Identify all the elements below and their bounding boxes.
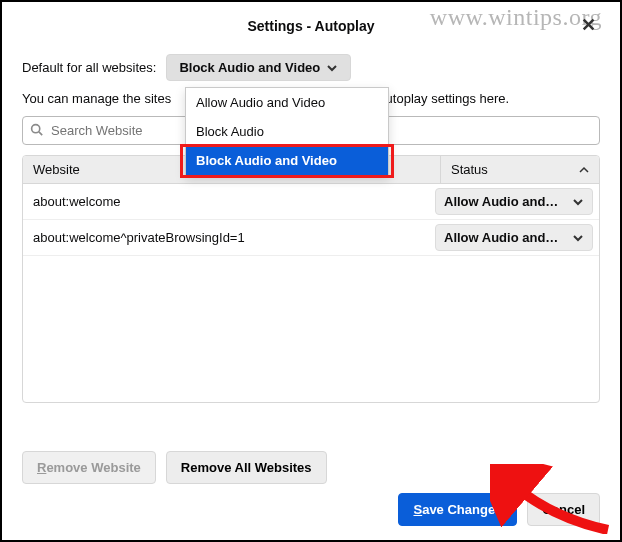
dialog-titlebar: Settings - Autoplay ✕ [22,14,600,48]
chevron-down-icon [572,196,584,208]
sort-up-icon [579,165,589,175]
chevron-down-icon [326,62,338,74]
default-row: Default for all websites: Block Audio an… [22,54,600,81]
autoplay-settings-dialog: www.wintips.org Settings - Autoplay ✕ De… [2,2,620,540]
default-dropdown-button[interactable]: Block Audio and Video [166,54,351,81]
row-website-cell: about:welcome [33,194,435,209]
remove-website-rest: emove Website [46,460,140,475]
dropdown-item-allow-av[interactable]: Allow Audio and Video [186,88,388,117]
dropdown-item-block-av[interactable]: Block Audio and Video [186,146,388,175]
footer-buttons: Save Changes Cancel [398,493,600,526]
website-table: Website Status about:welcome Allow Audio… [22,155,600,403]
table-row[interactable]: about:welcome Allow Audio and… [23,184,599,220]
default-dropdown-menu: Allow Audio and Video Block Audio Block … [185,87,389,176]
save-rest: ave Changes [422,502,502,517]
manage-suffix: autoplay settings here. [378,91,509,106]
remove-website-button: Remove Website [22,451,156,484]
svg-line-1 [39,131,42,134]
cancel-button[interactable]: Cancel [527,493,600,526]
search-icon [30,123,43,139]
row-status-value: Allow Audio and… [444,230,558,245]
remove-accesskey: R [37,460,46,475]
col-status-header[interactable]: Status [441,156,599,183]
dialog-title: Settings - Autoplay [247,18,374,34]
default-dropdown-value: Block Audio and Video [179,60,320,75]
remove-all-websites-button[interactable]: Remove All Websites [166,451,327,484]
row-status-select[interactable]: Allow Audio and… [435,224,593,251]
default-label: Default for all websites: [22,60,156,75]
chevron-down-icon [572,232,584,244]
svg-point-0 [32,124,40,132]
save-changes-button[interactable]: Save Changes [398,493,517,526]
row-status-value: Allow Audio and… [444,194,558,209]
bottom-button-row: Remove Website Remove All Websites [22,451,600,484]
row-status-select[interactable]: Allow Audio and… [435,188,593,215]
row-website-cell: about:welcome^privateBrowsingId=1 [33,230,435,245]
table-row[interactable]: about:welcome^privateBrowsingId=1 Allow … [23,220,599,256]
close-button[interactable]: ✕ [577,14,600,36]
col-status-label: Status [451,162,488,177]
dropdown-item-block-audio[interactable]: Block Audio [186,117,388,146]
manage-prefix: You can manage the sites [22,91,171,106]
save-accesskey: S [413,502,422,517]
